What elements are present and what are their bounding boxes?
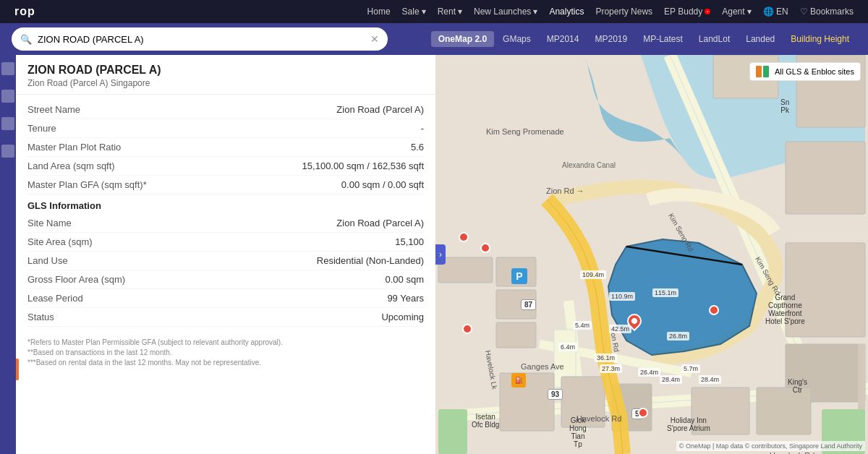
bus-stop-1 [459, 232, 469, 242]
gls-enbloc-button[interactable]: All GLS & Enbloc sites [749, 62, 861, 81]
footnote-3: ***Based on rental data in the last 12 m… [27, 359, 424, 367]
gls-enbloc-button-area: All GLS & Enbloc sites [749, 62, 861, 81]
label-land-area: Land Area (sqm sqft) [27, 160, 115, 171]
svg-rect-12 [496, 322, 536, 348]
nav-sale[interactable]: Sale ▾ [402, 7, 426, 17]
bus-stop-4 [709, 305, 719, 315]
nav-agent[interactable]: Agent ▾ [722, 7, 751, 17]
orange-indicator [16, 359, 19, 380]
gls-row-status: Status Upcoming [27, 308, 424, 327]
pin-shape [624, 311, 644, 331]
value-land-area: 15,100.00 sqm / 162,536 sqft [115, 160, 424, 171]
nav-analytics[interactable]: Analytics [549, 7, 584, 17]
property-header: ZION ROAD (PARCEL A) Zion Road (Parcel A… [16, 55, 435, 95]
chevron-down-icon: ▾ [458, 7, 462, 17]
chevron-down-icon: ▾ [533, 7, 537, 17]
chevron-down-icon: ▾ [422, 7, 426, 17]
gls-row-site-name: Site Name Zion Road (Parcel A) [27, 214, 424, 233]
chevron-down-icon: ▾ [747, 7, 752, 17]
app-logo: rop [14, 5, 35, 18]
gls-row-site-area: Site Area (sqm) 15,100 [27, 233, 424, 252]
label-gfa: Master Plan GFA (sqm sqft)* [27, 179, 147, 190]
map-panel-toggle-button[interactable]: › [435, 244, 446, 265]
footnote-2: **Based on transactions in the last 12 m… [27, 348, 424, 356]
nav-ep-buddy[interactable]: EP Buddy • [664, 7, 710, 17]
nav-rent[interactable]: Rent ▾ [438, 7, 462, 17]
map-attribution: © OneMap | Map data © contributors, Sing… [676, 441, 865, 451]
property-title: ZION ROAD (PARCEL A) [27, 64, 424, 77]
parking-icon: P [511, 268, 527, 284]
svg-rect-16 [786, 142, 865, 214]
svg-rect-18 [561, 377, 605, 427]
top-navigation: rop Home Sale ▾ Rent ▾ New Launches ▾ An… [0, 0, 868, 23]
gls-icon [756, 66, 770, 77]
gls-row-gross-floor: Gross Floor Area (sqm) 0.00 sqm [27, 270, 424, 289]
tab-mp2019[interactable]: MP2019 [587, 31, 634, 47]
tab-mp2014[interactable]: MP2014 [540, 31, 587, 47]
map-area[interactable]: All GLS & Enbloc sites Kim Seng Promenad… [435, 55, 868, 454]
tab-landed[interactable]: Landed [739, 31, 782, 47]
bookmarks-button[interactable]: ♡ Bookmarks [800, 7, 854, 17]
gls-value-gross-floor: 0.00 sqm [125, 274, 424, 285]
road-number-87: 87 [521, 299, 536, 310]
value-tenure: - [56, 123, 424, 134]
info-panel: ZION ROAD (PARCEL A) Zion Road (Parcel A… [16, 55, 435, 454]
sidebar-icon-4[interactable] [1, 145, 14, 158]
gls-label-status: Status [27, 312, 54, 322]
gls-label-site-area: Site Area (sqm) [27, 236, 93, 247]
search-input[interactable] [38, 34, 365, 45]
tab-building-height[interactable]: Building Height [783, 31, 856, 47]
sidebar-icon-3[interactable] [1, 117, 14, 130]
gls-value-land-use: Residential (Non-Landed) [68, 255, 424, 266]
search-row: 🔍 ✕ OneMap 2.0 GMaps MP2014 MP2019 MP-La… [0, 23, 868, 55]
gls-value-status: Upcoming [54, 312, 424, 322]
nav-property-news[interactable]: Property News [595, 7, 652, 17]
gls-button-label: All GLS & Enbloc sites [775, 67, 854, 76]
gls-row-lease: Lease Period 99 Years [27, 289, 424, 308]
value-plot-ratio: 5.6 [121, 142, 424, 153]
search-icon: 🔍 [20, 34, 32, 45]
svg-rect-21 [757, 387, 811, 434]
gls-label-site-name: Site Name [27, 218, 72, 228]
gls-label-lease: Lease Period [27, 293, 83, 304]
clear-search-button[interactable]: ✕ [370, 33, 379, 45]
detail-row-street: Street Name Zion Road (Parcel A) [27, 100, 424, 119]
gls-section-title: GLS Information [27, 194, 424, 214]
svg-rect-20 [692, 387, 749, 434]
tab-mp-latest[interactable]: MP-Latest [636, 31, 690, 47]
road-number-93: 93 [548, 389, 563, 400]
value-street: Zion Road (Parcel A) [80, 104, 424, 115]
left-sidebar [0, 55, 16, 454]
gls-value-site-name: Zion Road (Parcel A) [72, 218, 424, 228]
property-details-table: Street Name Zion Road (Parcel A) Tenure … [16, 95, 435, 333]
tab-onemap[interactable]: OneMap 2.0 [431, 31, 494, 47]
svg-rect-17 [500, 373, 554, 431]
svg-rect-13 [438, 257, 493, 283]
label-plot-ratio: Master Plan Plot Ratio [27, 142, 121, 153]
detail-row-gfa: Master Plan GFA (sqm sqft)* 0.00 sqm / 0… [27, 176, 424, 194]
tab-landlot[interactable]: LandLot [692, 31, 737, 47]
svg-rect-14 [786, 243, 865, 337]
value-gfa: 0.00 sqm / 0.00 sqft [147, 179, 424, 190]
detail-row-land-area: Land Area (sqm sqft) 15,100.00 sqm / 162… [27, 157, 424, 176]
svg-rect-24 [858, 344, 865, 416]
sidebar-icon-2[interactable] [1, 90, 14, 103]
language-selector[interactable]: 🌐 EN [763, 7, 788, 17]
detail-row-plot-ratio: Master Plan Plot Ratio 5.6 [27, 138, 424, 157]
nav-home[interactable]: Home [367, 7, 391, 17]
bus-stop-3 [462, 324, 472, 334]
nav-links: Home Sale ▾ Rent ▾ New Launches ▾ Analyt… [367, 7, 854, 17]
label-tenure: Tenure [27, 123, 56, 134]
property-subtitle: Zion Road (Parcel A) Singapore [27, 78, 424, 88]
label-street: Street Name [27, 104, 80, 115]
gls-value-site-area: 15,100 [93, 236, 424, 247]
bus-stop-2 [480, 243, 490, 253]
sidebar-icon-1[interactable] [1, 62, 14, 75]
gls-label-gross-floor: Gross Floor Area (sqm) [27, 274, 125, 285]
nav-new-launches[interactable]: New Launches ▾ [474, 7, 537, 17]
map-tabs: OneMap 2.0 GMaps MP2014 MP2019 MP-Latest… [431, 31, 856, 47]
gls-value-lease: 99 Years [83, 293, 424, 304]
detail-row-tenure: Tenure - [27, 119, 424, 138]
tab-gmaps[interactable]: GMaps [495, 31, 538, 47]
footnote-1: *Refers to Master Plan Permissible GFA (… [27, 338, 424, 346]
